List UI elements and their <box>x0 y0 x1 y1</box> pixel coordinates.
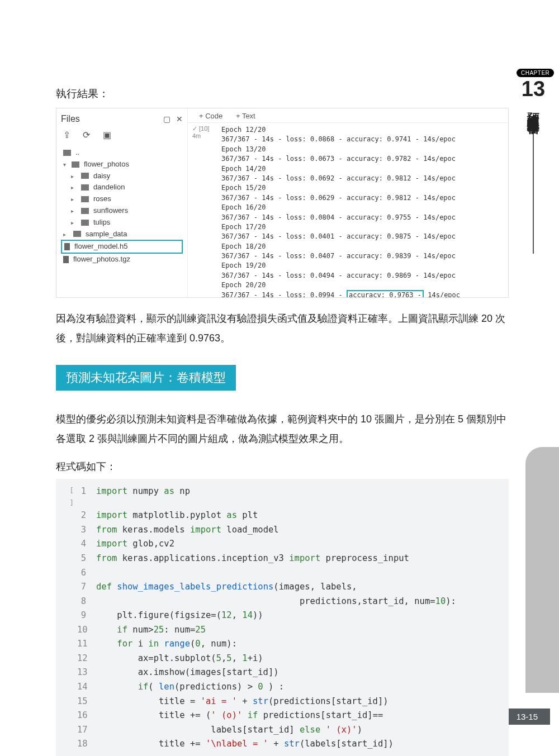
tree-child[interactable]: sunflowers <box>61 205 183 217</box>
code-block: [ ]1import numpy as np2import matplotlib… <box>56 479 509 756</box>
add-code-button[interactable]: + Code <box>199 112 222 120</box>
files-toolbar: ⇪ ⟳ ▣ <box>63 130 183 140</box>
files-title: Files <box>61 114 80 124</box>
tree-child[interactable]: daisy <box>61 170 183 182</box>
cell-meta: ✓ [10] 4m <box>188 123 216 297</box>
tree-child[interactable]: tulips <box>61 217 183 229</box>
paragraph-1: 因為沒有驗證資料，顯示的訓練資訊沒有驗證損失函式值及驗證資料正確率。上圖資訊顯示… <box>56 309 509 348</box>
tree-sibling[interactable]: sample_data <box>61 229 183 240</box>
tree-up[interactable]: .. <box>61 147 183 159</box>
mount-drive-icon[interactable]: ▣ <box>103 130 111 140</box>
close-icon[interactable]: ✕ <box>176 115 183 123</box>
tree-file-highlighted[interactable]: flower_model.h5 <box>61 240 183 254</box>
colab-screenshot: Files ▢ ✕ ⇪ ⟳ ▣ .. flower_photos daisy d… <box>56 108 509 298</box>
files-header-icons: ▢ ✕ <box>160 114 183 124</box>
file-tree: .. flower_photos daisy dandelion roses s… <box>61 147 183 265</box>
files-panel: Files ▢ ✕ ⇪ ⟳ ▣ .. flower_photos daisy d… <box>56 108 188 297</box>
training-output: Epoch 12/20 367/367 - 14s - loss: 0.0868… <box>216 123 460 297</box>
upload-icon[interactable]: ⇪ <box>63 130 70 140</box>
tree-child[interactable]: dandelion <box>61 182 183 193</box>
new-window-icon[interactable]: ▢ <box>163 115 170 123</box>
tree-child[interactable]: roses <box>61 193 183 205</box>
section-heading: 預測未知花朵圖片：卷積模型 <box>56 365 236 391</box>
tree-file[interactable]: flower_photos.tgz <box>61 254 183 265</box>
add-text-button[interactable]: + Text <box>236 112 255 120</box>
code-label: 程式碼如下： <box>56 460 509 473</box>
refresh-icon[interactable]: ⟳ <box>83 130 90 140</box>
tree-root[interactable]: flower_photos <box>61 159 183 170</box>
run-result-label: 執行結果： <box>56 87 509 101</box>
colab-toolbar: + Code + Text <box>188 110 508 123</box>
paragraph-2: 模型的優劣必須以預測未知資料是否準確做為依據，範例資料夾中的 10 張圖片，是分… <box>56 410 509 449</box>
